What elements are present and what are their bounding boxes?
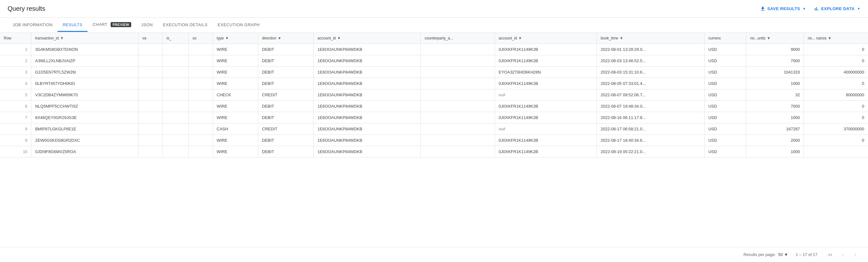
prev-page-button[interactable]: ‹	[838, 250, 848, 260]
table-cell	[138, 89, 163, 101]
col-header-type[interactable]: type ▼	[213, 33, 258, 44]
table-cell	[138, 112, 163, 123]
sort-icon-no-units: ▼	[767, 36, 771, 40]
chart-icon	[814, 6, 819, 12]
table-cell: 1000	[746, 146, 804, 157]
table-cell	[162, 78, 188, 89]
table-cell: 0	[804, 78, 868, 89]
first-page-button[interactable]: ⏮	[825, 250, 835, 260]
table-cell: DEBIT	[258, 135, 314, 146]
col-header-is: is_	[162, 33, 188, 44]
table-cell: WIRE	[213, 44, 258, 55]
table-cell: USD	[704, 78, 746, 89]
sort-icon-book-time: ▼	[620, 36, 623, 40]
table-cell	[162, 55, 188, 67]
per-page-select[interactable]: 50 ▼	[778, 252, 788, 257]
col-header-direction[interactable]: direction ▼	[258, 33, 314, 44]
col-header-counterparty: counterparty_a...	[421, 33, 495, 44]
save-results-button[interactable]: SAVE RESULTS ▼	[760, 6, 806, 12]
table-row: 100JDI9F8G6MVZ5ROAWIREDEBIT1E6OOAUNKP84W…	[0, 146, 868, 157]
table-cell: V3C2DB4ZYMW69K70	[31, 89, 138, 101]
table-cell	[804, 146, 868, 157]
table-cell: 0JDI9F8G6MVZ5ROA	[31, 146, 138, 157]
table-cell: A3WLL2XLNBJVAIZP	[31, 55, 138, 67]
table-cell	[162, 146, 188, 157]
table-row: 40LBYRT457YDH0KEIWIREDEBIT1E6OOAUNKP84WD…	[0, 78, 868, 89]
table-cell: DEBIT	[258, 146, 314, 157]
col-header-account-id[interactable]: account_id ▼	[314, 33, 421, 44]
table-row: 3G1D5EN7RTL5ZW26IWIREDEBIT1E6OOAUNKP84WD…	[0, 67, 868, 78]
page-header: Query results SAVE RESULTS ▼ EXPLORE DAT…	[0, 0, 868, 18]
table-cell	[162, 135, 188, 146]
table-cell: 400000000	[804, 67, 868, 78]
sort-icon-account-id: ▼	[337, 36, 341, 40]
table-row: 13G4KMS8GBXTD4IONWIREDEBIT1E6OOAUNKP84WD…	[0, 44, 868, 55]
table-body: 13G4KMS8GBXTD4IONWIREDEBIT1E6OOAUNKP84WD…	[0, 44, 868, 157]
table-cell: DEBIT	[258, 44, 314, 55]
table-cell: DEBIT	[258, 101, 314, 112]
results-table: Row transaction_id ▼ va is_ so	[0, 33, 868, 157]
table-row: 5V3C2DB4ZYMW69K70CHECKCREDIT1E6OOAUNKP84…	[0, 89, 868, 101]
col-header-account-id2[interactable]: account_id ▼	[495, 33, 597, 44]
table-cell: 0J0XKFR1K1149K2B	[495, 44, 597, 55]
table-cell: 1E6OOAUNKP84WDKB	[314, 78, 421, 89]
table-cell	[138, 44, 163, 55]
col-header-no-nanos[interactable]: no... nanos ▼	[804, 33, 868, 44]
next-page-button[interactable]: ›	[850, 250, 860, 260]
table-cell: 167287	[746, 123, 804, 135]
tab-job-information[interactable]: JOB INFORMATION	[8, 18, 58, 32]
table-cell: 1E6OOAUNKP84WDKB	[314, 123, 421, 135]
preview-badge: PREVIEW	[111, 22, 131, 27]
per-page-value: 50	[778, 252, 783, 257]
table-cell	[138, 101, 163, 112]
table-cell: 2022-08-17 06:58:21.0...	[597, 123, 705, 135]
table-cell: CASH	[213, 123, 258, 135]
tabs-container: JOB INFORMATION RESULTS CHART PREVIEW JS…	[0, 18, 868, 33]
tab-execution-graph[interactable]: EXECUTION GRAPH	[213, 18, 265, 32]
explore-data-button[interactable]: EXPLORE DATA ▼	[814, 6, 860, 12]
table-cell: 2000	[746, 135, 804, 146]
table-cell	[421, 135, 495, 146]
tab-chart[interactable]: CHART PREVIEW	[88, 18, 136, 32]
table-cell: 2022-08-05 07:33:01.4...	[597, 78, 705, 89]
sort-icon-transaction-id: ▼	[60, 36, 64, 40]
table-cell	[421, 101, 495, 112]
save-results-label: SAVE RESULTS	[768, 6, 800, 11]
table-cell: DEBIT	[258, 55, 314, 67]
tab-json[interactable]: JSON	[136, 18, 158, 32]
table-cell: WIRE	[213, 78, 258, 89]
table-cell	[162, 44, 188, 55]
table-cell: 10	[0, 146, 31, 157]
table-cell: USD	[704, 135, 746, 146]
table-row: 2A3WLL2XLNBJVAIZPWIREDEBIT1E6OOAUNKP84WD…	[0, 55, 868, 67]
table-header-row: Row transaction_id ▼ va is_ so	[0, 33, 868, 44]
col-header-va: va	[138, 33, 163, 44]
save-icon	[760, 6, 766, 12]
table-cell	[188, 89, 213, 101]
page-title: Query results	[8, 5, 45, 12]
table-row: 76X46QEY0GR29JG3EWIREDEBIT1E6OOAUNKP84WD…	[0, 112, 868, 123]
table-cell: 1	[0, 44, 31, 55]
tab-results[interactable]: RESULTS	[58, 18, 88, 32]
table-cell	[138, 135, 163, 146]
table-cell: 1E6OOAUNKP84WDKB	[314, 135, 421, 146]
table-cell: 3	[0, 67, 31, 78]
table-cell: 0J0XKFR1K1149K2B	[495, 78, 597, 89]
table-cell	[162, 123, 188, 135]
table-cell: 1E6OOAUNKP84WDKB	[314, 44, 421, 55]
col-header-book-time[interactable]: book_time ▼	[597, 33, 705, 44]
table-cell: NLQ5MPF5CCHWT0IZ	[31, 101, 138, 112]
table-cell: DEBIT	[258, 67, 314, 78]
table-cell: WIRE	[213, 146, 258, 157]
table-cell	[188, 146, 213, 157]
table-cell: USD	[704, 112, 746, 123]
col-header-no-units[interactable]: no...units ▼	[746, 33, 804, 44]
table-cell: 0	[804, 55, 868, 67]
table-cell	[421, 112, 495, 123]
tab-execution-details[interactable]: EXECUTION DETAILS	[158, 18, 212, 32]
table-cell: 1000	[746, 78, 804, 89]
table-cell: 4	[0, 78, 31, 89]
table-cell: 0J0XKFR1K1149K2B	[495, 55, 597, 67]
table-cell: DEBIT	[258, 78, 314, 89]
col-header-transaction-id[interactable]: transaction_id ▼	[31, 33, 138, 44]
